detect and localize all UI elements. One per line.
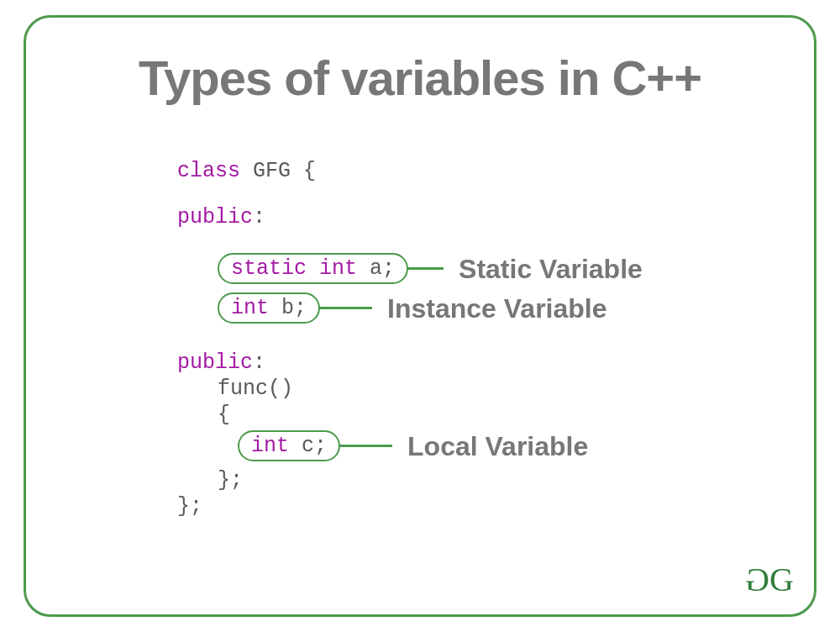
code-line-brace-close1: }; [177, 470, 643, 491]
instance-variable-pill: int b; [218, 292, 320, 324]
leader-line [407, 267, 444, 270]
annotation-static: Static Variable [459, 255, 643, 282]
code-line-class: class GFG { [177, 161, 643, 182]
keyword-int: int [251, 434, 289, 458]
leader-line [339, 445, 392, 447]
brace-close: }; [177, 494, 202, 519]
brace-close: }; [218, 468, 243, 492]
keyword-class: class [177, 159, 240, 183]
local-variable-row: int c; Local Variable [177, 430, 643, 461]
code-line-func: func() [177, 378, 643, 399]
code-block: class GFG { public: static int a; Static… [177, 161, 643, 522]
var-b: b; [281, 296, 307, 320]
static-variable-pill: static int a; [218, 253, 408, 284]
keyword-public: public [177, 350, 253, 375]
logo-g-reversed: G [747, 560, 769, 599]
keyword-public: public [177, 205, 253, 229]
page-title: Types of variables in C++ [26, 50, 814, 106]
annotation-instance: Instance Variable [387, 295, 606, 322]
keyword-int: int [231, 296, 269, 320]
brace-open: { [218, 403, 230, 427]
leader-line [318, 307, 372, 309]
class-name: GFG { [253, 159, 316, 183]
gfg-logo: GG [747, 560, 792, 599]
annotation-local: Local Variable [407, 433, 588, 460]
logo-g: G [769, 561, 792, 598]
keyword-static-int: static int [231, 256, 357, 281]
var-c: c; [302, 434, 327, 458]
code-line-public2: public: [177, 352, 643, 373]
static-variable-row: static int a; Static Variable [177, 253, 643, 284]
local-variable-pill: int c; [238, 430, 340, 461]
code-line-public1: public: [177, 207, 643, 228]
var-a: a; [370, 256, 395, 281]
code-line-brace-close2: }; [177, 496, 643, 517]
func-call: func() [218, 377, 293, 401]
diagram-frame: Types of variables in C++ class GFG { pu… [24, 15, 816, 617]
code-line-brace-open: { [177, 404, 643, 425]
instance-variable-row: int b; Instance Variable [177, 292, 643, 324]
